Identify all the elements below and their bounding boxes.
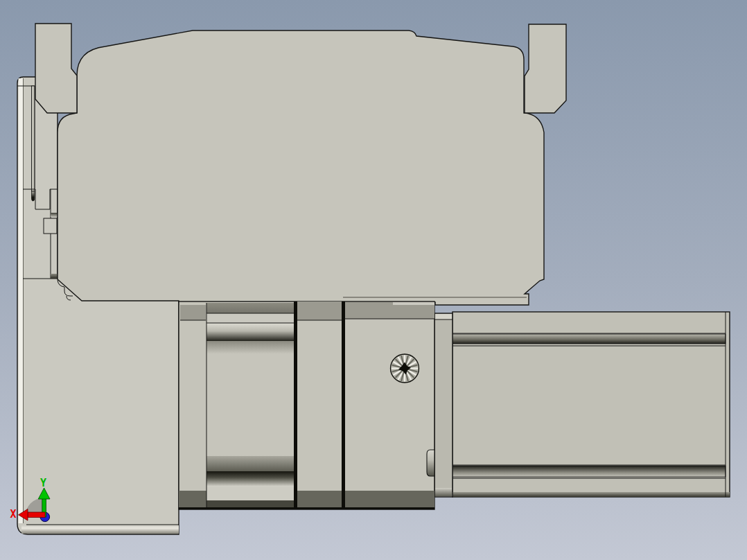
rail-left-top-step [435, 314, 452, 320]
upper-housing[interactable] [35, 24, 566, 305]
screw-head[interactable] [391, 354, 419, 383]
x-axis-label: X [10, 508, 16, 520]
cylinder-boss [427, 450, 434, 476]
carriage-separator-2 [342, 301, 345, 509]
right-mount-tab[interactable] [525, 24, 566, 113]
carriage-slot [206, 303, 294, 509]
rail-bottom-groove [452, 466, 726, 477]
carriage-band-notch [393, 302, 434, 305]
plate-edge-highlight [19, 78, 24, 523]
plate-bottom-band [21, 525, 179, 534]
carriage-right-bottom-band [345, 491, 434, 508]
housing-body[interactable] [58, 30, 544, 305]
cad-canvas[interactable]: X Y [0, 0, 747, 560]
carriage-mid-bottom-band [297, 491, 342, 508]
carriage-bottom-edge [179, 507, 434, 509]
y-axis-label: Y [40, 477, 46, 489]
rail-left-strip[interactable] [434, 313, 452, 497]
carriage-block[interactable] [179, 301, 434, 509]
rail-bottom-edge [452, 492, 730, 497]
rail-left-bottom-step [435, 488, 452, 496]
bracket-boss [44, 218, 57, 234]
carriage-separator-1 [294, 301, 297, 509]
rail-top-groove [452, 334, 726, 344]
left-mount-tab[interactable] [35, 24, 77, 113]
slot-rod-tip [32, 191, 35, 201]
slot-rod[interactable] [32, 86, 35, 191]
carriage-mid-band [297, 301, 342, 320]
carriage-left-band [180, 305, 206, 320]
guide-rail[interactable] [434, 312, 730, 497]
carriage-left-bottom-band [179, 491, 206, 508]
cad-viewport[interactable]: X Y [0, 0, 747, 560]
